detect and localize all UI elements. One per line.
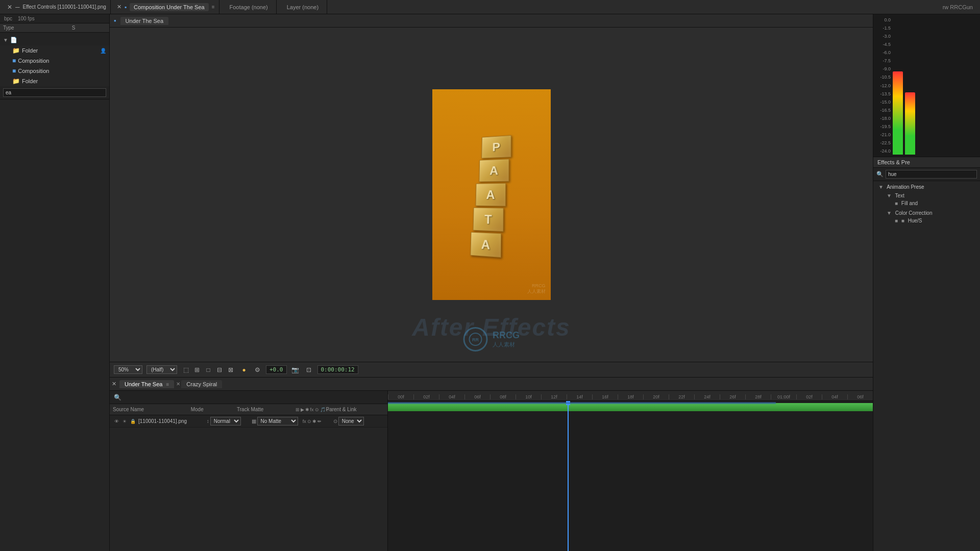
project-row-comp1[interactable]: ■ Composition [0, 56, 109, 66]
lock-icon[interactable]: 🔒 [129, 418, 136, 425]
meter-19-5: -19.5 [875, 124, 891, 129]
block-stack: P A A T A [475, 135, 507, 258]
meter-18: -18.0 [875, 116, 891, 121]
layer-source-name: [110001-110041].png [138, 418, 207, 424]
meter-1-5: -1.5 [875, 26, 891, 31]
text-label: Text [895, 193, 904, 198]
icon-col3: ✱ [305, 407, 309, 412]
meter-24: -24.0 [875, 148, 891, 154]
color-correction-label: Color Correction [895, 210, 933, 216]
tree-color-correction-item[interactable]: ▼ Color Correction [885, 209, 977, 217]
tab-uts-menu[interactable]: ≡ [166, 382, 169, 387]
effect-controls-title: Effect Controls [110001-110041].png [23, 4, 106, 10]
project-row-folder2[interactable]: 📁 Folder [0, 76, 109, 86]
layer-icons: 👁 ☀ 🔒 [113, 418, 136, 425]
fit-icon[interactable]: ⬚ [181, 365, 190, 374]
block-T: T [473, 208, 503, 232]
timeline-tabs: ✕ Under The Sea ≡ ✕ Crazy Spiral [110, 378, 873, 391]
icon-col4: fx [310, 407, 314, 412]
settings-icon[interactable]: ⚙ [253, 365, 262, 374]
snapshot-icon[interactable]: 📷 [291, 365, 300, 374]
track-matte-select[interactable]: No Matte Alpha Matte Luma Matte [257, 417, 298, 425]
close-timeline-icon[interactable]: ✕ [112, 381, 116, 387]
layer-cursor-indicator: ↕ [207, 418, 209, 424]
pen-icon[interactable]: ✏ [317, 419, 322, 424]
left-panel: bpc 100 fps Type S ▼ 📄 📁 Folder 👤 ■ Comp… [0, 14, 110, 551]
close-tab1-icon[interactable]: ✕ [176, 381, 180, 387]
logo-text: RRCG [493, 330, 520, 341]
timeline-header-row: Source Name Mode Track Matte ⊞ ▶ ✱ fx ⊙ … [110, 404, 387, 415]
meter-4-5: -4.5 [875, 42, 891, 47]
logo-circle: RR [463, 327, 487, 352]
after-effects-watermark: After Effects [412, 313, 571, 341]
tree-text-item[interactable]: ▼ Text [885, 192, 977, 199]
canvas-watermark: RRCG 人人素材 [527, 283, 546, 295]
project-search-input[interactable] [3, 88, 106, 97]
layer-tab-label[interactable]: Layer (none) [283, 3, 323, 11]
comp-tab-label[interactable]: Under The Sea [120, 17, 168, 25]
close-icon[interactable]: ✕ [7, 4, 12, 11]
block-P: P [481, 135, 511, 159]
top-bar: ✕ ─ Effect Controls [110001-110041].png … [0, 0, 980, 14]
mode-select[interactable]: Normal Add Multiply [210, 417, 241, 425]
mark-00f: 00f [388, 394, 413, 399]
effect-controls-section: ✕ ─ Effect Controls [110001-110041].png [3, 0, 111, 14]
tree-animation-presets[interactable]: ▼ Animation Prese [876, 183, 977, 191]
comp1-icon: ■ [12, 57, 16, 64]
col-type-header: Type [3, 25, 72, 31]
block-A2: A [475, 183, 506, 207]
effects-panel: Effects & Pre 🔍 ▼ Animation Prese ▼ Text [873, 157, 980, 551]
meter-bar-right [905, 92, 915, 155]
quality-select[interactable]: (Half) (Full) (Third) [146, 365, 177, 374]
project-row-folder1[interactable]: 📁 Folder 👤 [0, 45, 109, 56]
comp-canvas-inner: P A A T A [432, 89, 551, 300]
block-A3: A [470, 232, 501, 258]
adjust-icon[interactable]: ✱ [312, 419, 316, 424]
fx-icon[interactable]: fx [303, 419, 306, 424]
project-tree-root: ▼ 📄 [0, 33, 109, 45]
ruler-icon[interactable]: ⊟ [215, 365, 224, 374]
mark-0100f: 01:00f [771, 394, 796, 399]
tree-fill-item[interactable]: ■ Fill and [893, 199, 977, 207]
work-area-bar [388, 402, 776, 404]
meter-13-5: -13.5 [875, 91, 891, 96]
meter-16-5: -16.5 [875, 108, 891, 113]
meter-7-5: -7.5 [875, 58, 891, 63]
region-icon[interactable]: ⊡ [304, 365, 313, 374]
tree-root-icon: 📄 [10, 37, 17, 43]
comp2-label: Composition [18, 68, 49, 74]
project-row-comp2[interactable]: ■ Composition [0, 66, 109, 76]
tab-crazy-spiral[interactable]: Crazy Spiral [181, 380, 222, 388]
mark-14f: 14f [567, 394, 592, 399]
icon-col1: ⊞ [296, 407, 300, 412]
tree-hue-item[interactable]: ■ ■ Hue/S [893, 217, 977, 224]
minimize-icon[interactable]: ─ [15, 4, 20, 11]
icon-col6: 🎵 [320, 407, 326, 412]
mark-04f: 04f [439, 394, 464, 399]
close-icon-comp[interactable]: ✕ [117, 4, 121, 10]
footage-tab-label[interactable]: Footage (none) [226, 3, 272, 11]
tab-uts-label: Under The Sea [125, 381, 162, 387]
effects-search-input[interactable] [886, 170, 977, 179]
mark-12f: 12f [541, 394, 567, 399]
safe-icon[interactable]: □ [204, 365, 213, 374]
time-offset[interactable]: +0.0 [266, 365, 287, 374]
tree-text: ▼ Text ■ Fill and [876, 191, 977, 208]
playhead-line[interactable] [568, 401, 569, 551]
solo-icon[interactable]: ☀ [121, 418, 128, 425]
tab-under-the-sea[interactable]: Under The Sea ≡ [119, 380, 174, 388]
comp-menu-icon[interactable]: ≡ [212, 4, 215, 10]
grid-icon[interactable]: ⊞ [192, 365, 202, 374]
zoom-select[interactable]: 50% 25% 100% [114, 365, 142, 374]
color-icon[interactable]: ● [239, 365, 249, 374]
composition-tab-label[interactable]: Composition Under The Sea [130, 3, 209, 11]
right-panel: 0.0 -1.5 -3.0 -4.5 -6.0 -7.5 -9.0 -10.5 … [873, 14, 980, 551]
green-render-bar [388, 403, 873, 411]
guides-icon[interactable]: ⊠ [226, 365, 235, 374]
parent-select[interactable]: None [338, 417, 364, 425]
folder1-icon: 📁 [12, 47, 20, 54]
search-layers-icon[interactable]: 🔍 [113, 393, 122, 402]
timeline-ruler: 00f 02f 04f 06f 08f 10f 12f 14f 16f 18f … [388, 391, 873, 401]
motion-blur-icon[interactable]: ⊙ [307, 419, 311, 424]
eye-icon[interactable]: 👁 [113, 418, 120, 425]
